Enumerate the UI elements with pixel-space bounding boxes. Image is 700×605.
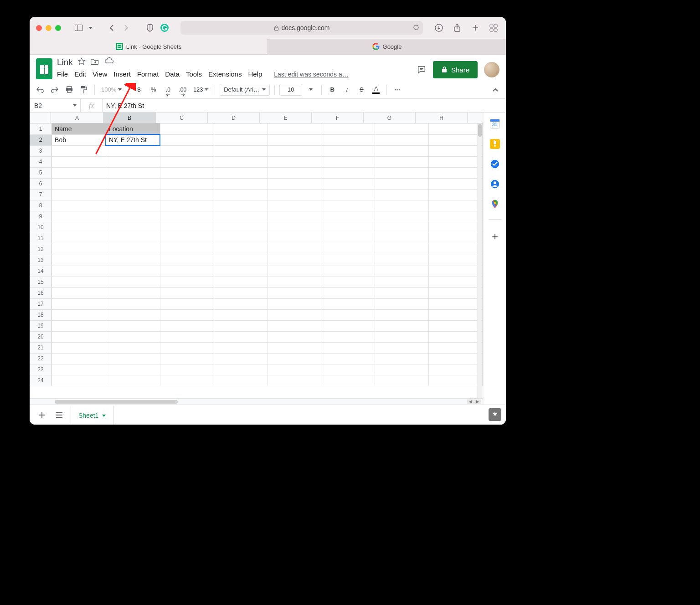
menu-edit[interactable]: Edit: [74, 70, 86, 78]
font-select[interactable]: Default (Ari…: [220, 84, 270, 96]
cell-H23[interactable]: [429, 364, 483, 375]
row-header[interactable]: 12: [30, 244, 52, 255]
cell-A10[interactable]: [52, 222, 106, 233]
cell-C10[interactable]: [160, 222, 214, 233]
cell-E23[interactable]: [268, 364, 321, 375]
cell-H15[interactable]: [429, 277, 483, 287]
sheet-tab[interactable]: Sheet1: [71, 405, 113, 425]
cell-H1[interactable]: [429, 123, 483, 134]
more-toolbar-button[interactable]: ⋯: [391, 83, 403, 96]
cell-C11[interactable]: [160, 233, 214, 244]
row-header[interactable]: 1: [30, 123, 52, 134]
cell-G23[interactable]: [375, 364, 429, 375]
cell-A4[interactable]: [52, 156, 106, 167]
col-header-H[interactable]: H: [416, 113, 468, 123]
font-size-select[interactable]: 10: [279, 84, 302, 96]
cell-D6[interactable]: [214, 178, 268, 189]
cell-F5[interactable]: [321, 167, 375, 178]
cell-C8[interactable]: [160, 200, 214, 211]
cell-B7[interactable]: [106, 189, 160, 200]
cell-A8[interactable]: [52, 200, 106, 211]
cell-H10[interactable]: [429, 222, 483, 233]
cell-D9[interactable]: [214, 211, 268, 222]
cell-A13[interactable]: [52, 255, 106, 266]
col-header-D[interactable]: D: [208, 113, 260, 123]
cell-C23[interactable]: [160, 364, 214, 375]
cell-G24[interactable]: [375, 375, 429, 386]
cell-H11[interactable]: [429, 233, 483, 244]
cell-A22[interactable]: [52, 353, 106, 364]
cell-D10[interactable]: [214, 222, 268, 233]
cell-E9[interactable]: [268, 211, 321, 222]
cell-F14[interactable]: [321, 266, 375, 277]
cell-B10[interactable]: [106, 222, 160, 233]
cell-A18[interactable]: [52, 309, 106, 320]
share-button[interactable]: Share: [433, 61, 478, 78]
cell-D18[interactable]: [214, 309, 268, 320]
cell-A17[interactable]: [52, 298, 106, 309]
cell-H20[interactable]: [429, 331, 483, 342]
cell-F8[interactable]: [321, 200, 375, 211]
reload-icon[interactable]: [413, 24, 419, 32]
minimize-window-button[interactable]: [46, 25, 51, 31]
close-window-button[interactable]: [36, 25, 42, 31]
keep-app-icon[interactable]: [490, 139, 500, 149]
menu-data[interactable]: Data: [165, 70, 180, 78]
cell-E10[interactable]: [268, 222, 321, 233]
cell-F1[interactable]: [321, 123, 375, 134]
italic-button[interactable]: I: [341, 83, 353, 96]
cell-A11[interactable]: [52, 233, 106, 244]
cell-D24[interactable]: [214, 375, 268, 386]
cell-H17[interactable]: [429, 298, 483, 309]
browser-tab-active[interactable]: Link - Google Sheets: [30, 39, 268, 54]
cell-C1[interactable]: [160, 123, 214, 134]
cell-H21[interactable]: [429, 342, 483, 353]
cell-F6[interactable]: [321, 178, 375, 189]
contacts-app-icon[interactable]: [490, 179, 500, 189]
cell-E4[interactable]: [268, 156, 321, 167]
cell-G6[interactable]: [375, 178, 429, 189]
cell-A24[interactable]: [52, 375, 106, 386]
cell-G12[interactable]: [375, 244, 429, 255]
cell-D21[interactable]: [214, 342, 268, 353]
redo-button[interactable]: [49, 83, 61, 96]
cell-D20[interactable]: [214, 331, 268, 342]
row-header[interactable]: 16: [30, 287, 52, 298]
cell-H14[interactable]: [429, 266, 483, 277]
downloads-icon[interactable]: [433, 22, 445, 34]
cell-B3[interactable]: [106, 145, 160, 156]
cell-G11[interactable]: [375, 233, 429, 244]
cell-G17[interactable]: [375, 298, 429, 309]
row-header[interactable]: 17: [30, 298, 52, 309]
cell-B13[interactable]: [106, 255, 160, 266]
cell-E11[interactable]: [268, 233, 321, 244]
cell-D23[interactable]: [214, 364, 268, 375]
cell-A12[interactable]: [52, 244, 106, 255]
cell-F4[interactable]: [321, 156, 375, 167]
cell-B1[interactable]: Location: [106, 123, 160, 134]
cell-C20[interactable]: [160, 331, 214, 342]
explore-button[interactable]: [489, 408, 501, 421]
menu-view[interactable]: View: [93, 70, 107, 78]
cell-G18[interactable]: [375, 309, 429, 320]
browser-tab-inactive[interactable]: Google: [268, 39, 506, 54]
cell-A2[interactable]: Bob: [52, 134, 106, 145]
cell-A16[interactable]: [52, 287, 106, 298]
cell-F16[interactable]: [321, 287, 375, 298]
cell-B11[interactable]: [106, 233, 160, 244]
col-header-A[interactable]: A: [51, 113, 103, 123]
calendar-app-icon[interactable]: 31: [490, 119, 500, 129]
cell-A14[interactable]: [52, 266, 106, 277]
cell-D7[interactable]: [214, 189, 268, 200]
menu-tools[interactable]: Tools: [186, 70, 202, 78]
star-icon[interactable]: [77, 57, 86, 67]
cell-A6[interactable]: [52, 178, 106, 189]
cell-E18[interactable]: [268, 309, 321, 320]
cell-B17[interactable]: [106, 298, 160, 309]
cell-H18[interactable]: [429, 309, 483, 320]
cell-F12[interactable]: [321, 244, 375, 255]
comments-icon[interactable]: [417, 65, 427, 75]
formula-bar[interactable]: NY, E 27th St: [103, 102, 506, 109]
row-header[interactable]: 8: [30, 200, 52, 211]
row-header[interactable]: 3: [30, 145, 52, 156]
